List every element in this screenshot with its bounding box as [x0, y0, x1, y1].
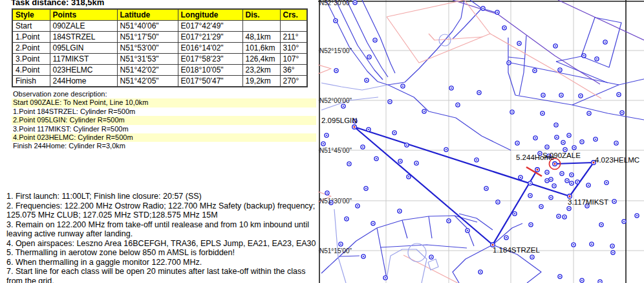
note-line: leaving active runway after landing. [6, 229, 318, 239]
map-waypoint-dot-center [573, 244, 574, 245]
table-cell: 36° [280, 65, 307, 76]
note-line: 3. Remain on 122.200 MHz from take-off u… [6, 220, 318, 230]
note-line: 5. Thermalling in aerotow zone below 850… [6, 248, 318, 258]
table-cell: 023HELMC [50, 65, 117, 76]
map-waypoint-label: 2.095LGIN [321, 117, 358, 124]
airspace-line [318, 65, 331, 74]
map-waypoint-dot-center [519, 43, 520, 44]
map-canvas[interactable]: 2.095LGIN5.244HomeS.090ZALE4.023HELMC3.1… [318, 0, 644, 283]
map-waypoint-dot-center [497, 201, 499, 203]
task-point-dot-center [554, 163, 556, 165]
airspace-line [453, 0, 600, 84]
task-point-dot-center [537, 169, 539, 171]
observation-line: Start 090ZALE: To Next Point, Line 10,0k… [12, 98, 316, 107]
map-waypoint-dot-center [431, 256, 432, 258]
task-map[interactable]: 2.095LGIN5.244HomeS.090ZALE4.023HELMC3.1… [318, 0, 644, 283]
map-waypoint-dot-center [408, 176, 409, 177]
map-waypoint-dot-center [550, 179, 552, 180]
task-table-column-header: Points [50, 9, 117, 21]
map-waypoint-dot-center [340, 243, 341, 245]
table-row: Start090ZALEN51°40'06"E017°42'49" [12, 21, 307, 32]
map-waypoint-dot-center [546, 180, 548, 181]
table-cell: 2.Point [12, 43, 50, 54]
table-cell: 090ZALE [50, 21, 117, 32]
map-waypoint-dot-center [349, 163, 350, 164]
map-waypoint-dot-center [445, 149, 447, 150]
note-line: from the grid. [6, 277, 318, 283]
note-line: 125.075 MHz CLUB; 127.025 MHz STD;128.57… [6, 210, 318, 220]
table-cell: N51°40'06" [117, 21, 178, 32]
map-waypoint-dot-center [394, 132, 395, 133]
table-cell: 107° [280, 54, 307, 65]
map-waypoint-dot-center [564, 216, 565, 218]
map-waypoint-dot-center [559, 276, 561, 277]
task-table-column-header: Longitude [178, 9, 242, 21]
table-cell: 117MIKST [50, 54, 117, 65]
task-table: StylePointsLatitudeLongitudeDis.Crs. Sta… [12, 8, 308, 87]
map-waypoint-dot-center [599, 281, 601, 282]
map-waypoint-dot-center [362, 146, 363, 148]
airspace-line [387, 0, 490, 63]
table-cell: E017°21'29" [178, 32, 242, 43]
map-waypoint-dot-center [534, 70, 535, 71]
observation-line: 1.Point 184STRZEL: Cylinder R=500m [12, 108, 316, 116]
table-cell: E017°58'23" [178, 54, 242, 65]
map-waypoint-dot-center [343, 106, 344, 107]
table-cell: 3.Point [12, 54, 50, 65]
briefing-notes: 1. First launch: 11:00LT; Finish line cl… [6, 192, 318, 283]
table-cell: 211° [280, 32, 307, 43]
map-waypoint-dot-center [535, 137, 536, 139]
map-waypoint-dot-center [520, 177, 521, 178]
table-cell: E017°42'49" [178, 21, 242, 32]
table-cell [280, 21, 307, 32]
map-waypoint-dot-center [335, 20, 336, 21]
map-waypoint-dot-center [508, 62, 510, 63]
map-waypoint-dot-center [555, 45, 556, 47]
map-waypoint-dot-center [476, 159, 477, 161]
airspace-line [339, 256, 360, 256]
table-cell: 095LGIN [50, 43, 117, 54]
map-waypoint-dot-center [550, 197, 552, 198]
map-waypoint-dot-center [376, 158, 377, 159]
table-row: 1.Point184STRZELN51°17'50"E017°21'29"48,… [12, 32, 307, 43]
map-waypoint-dot-center [517, 142, 518, 144]
map-waypoint-dot-center [368, 129, 369, 130]
map-waypoint-dot-center [530, 195, 531, 196]
map-waypoint-dot-center [555, 124, 557, 126]
table-cell: 184STRZEL [50, 32, 117, 43]
latitude-label: N51°15'00" [319, 247, 352, 255]
table-cell: N51°53'00" [117, 43, 178, 54]
map-waypoint-dot-center [605, 41, 606, 43]
airspace-line [388, 85, 511, 150]
map-waypoint-dot-center [424, 111, 425, 112]
map-waypoint-dot-center [558, 216, 559, 217]
map-waypoint-dot-center [451, 87, 452, 89]
map-waypoint-label: S.090ZALE [542, 152, 581, 159]
map-waypoint-dot-center [563, 142, 564, 143]
map-waypoint-dot-center [511, 111, 513, 113]
observation-line: Finish 244Home: Cylinder R=3,0km [12, 142, 316, 150]
map-waypoint-dot-center [618, 94, 619, 95]
map-waypoint-dot-center [621, 112, 623, 113]
map-waypoint-dot-center [504, 27, 505, 28]
table-cell: 126,4km [242, 54, 280, 65]
map-waypoint-dot-center [514, 213, 515, 214]
airspace-line [493, 223, 522, 245]
map-waypoint-dot-center [402, 85, 403, 87]
map-waypoint-dot-center [385, 277, 386, 278]
map-waypoint-dot-center [336, 70, 337, 71]
map-waypoint-dot-center [497, 12, 498, 13]
table-row: 2.Point095LGINN51°53'00"E016°14'02"101,6… [12, 43, 307, 54]
table-cell: E016°14'02" [178, 43, 242, 54]
map-waypoint-dot-center [457, 104, 458, 106]
map-waypoint-dot-center [478, 92, 480, 93]
map-waypoint-dot-center [541, 206, 542, 207]
map-waypoint-dot-center [542, 113, 543, 114]
map-waypoint-dot-center [591, 243, 592, 245]
map-waypoint-dot-center [571, 183, 572, 184]
airspace-line [387, 249, 427, 283]
task-table-column-header: Dis. [242, 9, 280, 21]
map-waypoint-dot-center [612, 245, 613, 247]
map-waypoint-dot-center [571, 174, 572, 175]
latitude-label: N51°30'00" [319, 198, 352, 205]
